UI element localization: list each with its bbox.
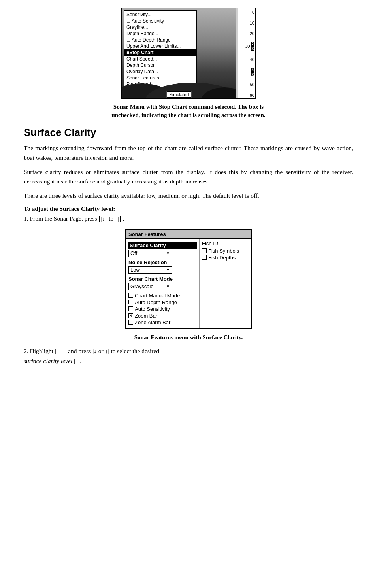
depth-60: 60: [239, 93, 254, 98]
para1: The markings extending downward from the…: [24, 144, 353, 163]
depth-40: 40: [239, 57, 254, 62]
sonar-chart-section: Sensitivity... ☐ Auto Sensitivity Grayli…: [24, 8, 353, 99]
menu-item-stop-chart: ■Stop Chart: [124, 49, 196, 56]
badge-2x: 2x: [251, 42, 254, 51]
checkbox-fish-symbols[interactable]: Fish Symbols: [202, 248, 249, 254]
dropdown-arrow-surface: ▼: [166, 251, 170, 255]
dropdown-arrow-mode: ▼: [166, 284, 170, 289]
step1-pipe1: |: [116, 216, 120, 222]
sonar-chart: Sensitivity... ☐ Auto Sensitivity Grayli…: [121, 8, 256, 99]
menu-item-chart-speed: Chart Speed...: [124, 56, 196, 62]
step2-mid: and press: [68, 348, 92, 354]
menu-item-upper-lower: Upper And Lower Limits...: [124, 43, 196, 49]
step2-pipe1: |: [74, 357, 75, 364]
step2-pipe2: |: [77, 357, 78, 364]
checkbox-icon-fish-symbols: [202, 248, 207, 253]
checkbox-zoom-bar[interactable]: Zoom Bar: [128, 313, 197, 319]
checkbox-label-fish-depths: Fish Depths: [208, 255, 236, 261]
checkbox-label-zoom-bar: Zoom Bar: [135, 313, 157, 319]
depth-30: 30 2x: [239, 42, 254, 51]
step1: 1. From the Sonar Page, press |↓ to | .: [24, 214, 353, 224]
checkbox-auto-sensitivity[interactable]: Auto Sensitivity: [128, 306, 197, 312]
sonar-menu-overlay: Sensitivity... ☐ Auto Sensitivity Grayli…: [124, 10, 197, 89]
chart-area: Sensitivity... ☐ Auto Sensitivity Grayli…: [122, 8, 236, 99]
caption-features-menu: Sonar Features menu with Surface Clarity…: [24, 334, 353, 341]
checkbox-label-auto-depth: Auto Depth Range: [135, 299, 177, 305]
menu-item-auto-depth: ☐ Auto Depth Range: [124, 37, 196, 43]
depth-50: 50: [239, 82, 254, 87]
sonar-chart-mode-value: Grayscale: [130, 284, 154, 289]
menu-item-overlay-data: Overlay Data...: [124, 68, 196, 75]
checkbox-label-auto-sens: Auto Sensitivity: [135, 306, 170, 312]
step1-symbol: |↓: [99, 216, 106, 222]
menu-item-depth-cursor: Depth Cursor: [124, 62, 196, 68]
menu-item-grayline: Grayline...: [124, 24, 196, 30]
noise-rejection-label: Noise Rejection: [128, 259, 197, 265]
checkbox-label-zone-alarm: Zone Alarm Bar: [135, 320, 170, 325]
features-dialog: Sonar Features Surface Clarity Off ▼ Noi…: [125, 229, 252, 329]
features-dialog-body: Surface Clarity Off ▼ Noise Rejection Lo…: [126, 239, 251, 328]
step2-italic: surface clarity level: [24, 357, 72, 364]
checkbox-zone-alarm[interactable]: Zone Alarm Bar: [128, 320, 197, 325]
noise-rejection-value: Low: [130, 267, 140, 273]
surface-clarity-dropdown[interactable]: Off ▼: [128, 250, 172, 257]
menu-item-depth-range: Depth Range...: [124, 30, 196, 37]
features-left-column: Surface Clarity Off ▼ Noise Rejection Lo…: [126, 239, 200, 328]
menu-item-auto-sensitivity: ☐ Auto Sensitivity: [124, 18, 196, 24]
caption-stop-chart: Sonar Menu with Stop Chart command selec…: [24, 103, 353, 119]
checkbox-label-chart-manual: Chart Manual Mode: [135, 293, 180, 299]
menu-item-sensitivity: Sensitivity...: [124, 11, 196, 18]
sonar-chart-mode-label: Sonar Chart Mode: [128, 276, 197, 282]
para3: There are three levels of surface clarit…: [24, 191, 353, 200]
section-heading-surface-clarity: Surface Clarity: [24, 127, 353, 139]
step2-dot: .: [79, 357, 81, 364]
para2: Surface clarity reduces or eliminates su…: [24, 167, 353, 186]
step1-to: to: [109, 215, 115, 222]
checkbox-auto-depth: ☐: [126, 37, 131, 43]
step1-dot: .: [123, 215, 124, 222]
step2-symbol: |↓ or ↑|: [92, 348, 109, 354]
fish-id-label: Fish ID: [202, 240, 249, 246]
checkbox-icon-zone-alarm: [128, 320, 133, 325]
sonar-chart-mode-dropdown[interactable]: Grayscale ▼: [128, 283, 172, 290]
depth-0: —0: [239, 10, 254, 15]
step2-blank: | |: [55, 348, 66, 354]
checkbox-icon-auto-depth: [128, 300, 133, 304]
checkbox-icon-fish-depths: [202, 255, 207, 260]
step2: 2. Highlight | | and press |↓ or ↑| to s…: [24, 346, 353, 366]
features-dialog-title: Sonar Features: [126, 230, 251, 239]
features-right-column: Fish ID Fish Symbols Fish Depths: [200, 239, 251, 328]
noise-rejection-dropdown[interactable]: Low ▼: [128, 266, 172, 274]
step2-suffix: to select the desired: [111, 348, 159, 354]
surface-clarity-label: Surface Clarity: [128, 242, 197, 249]
features-dialog-container: Sonar Features Surface Clarity Off ▼ Noi…: [24, 229, 353, 329]
surface-clarity-value: Off: [130, 250, 137, 256]
depth-scale: —0 10 20 30 2x 40 4x 50 60: [238, 8, 255, 99]
depth-20: 20: [239, 31, 254, 36]
checkbox-auto-depth-range[interactable]: Auto Depth Range: [128, 299, 197, 305]
checkbox-fish-depths[interactable]: Fish Depths: [202, 255, 249, 261]
checkbox-icon-auto-sens: [128, 306, 133, 311]
checkbox-chart-manual[interactable]: Chart Manual Mode: [128, 293, 197, 299]
checkbox-icon-zoom-bar: [128, 313, 133, 318]
checkbox-label-fish-symbols: Fish Symbols: [208, 248, 239, 254]
depth-badge-4x: 4x: [239, 68, 254, 76]
depth-10: 10: [239, 21, 254, 25]
badge-4x: 4x: [251, 68, 254, 76]
sub-heading-adjust: To adjust the Surface Clarity level:: [24, 205, 353, 212]
checkbox-auto-sensitivity: ☐: [126, 18, 131, 24]
step2-prefix: 2. Highlight: [24, 348, 53, 354]
simulated-label: Simulated: [167, 91, 192, 98]
step1-prefix: 1. From the Sonar Page, press: [24, 215, 97, 222]
checkbox-icon-chart-manual: [128, 293, 133, 298]
dropdown-arrow-noise: ▼: [166, 268, 170, 272]
